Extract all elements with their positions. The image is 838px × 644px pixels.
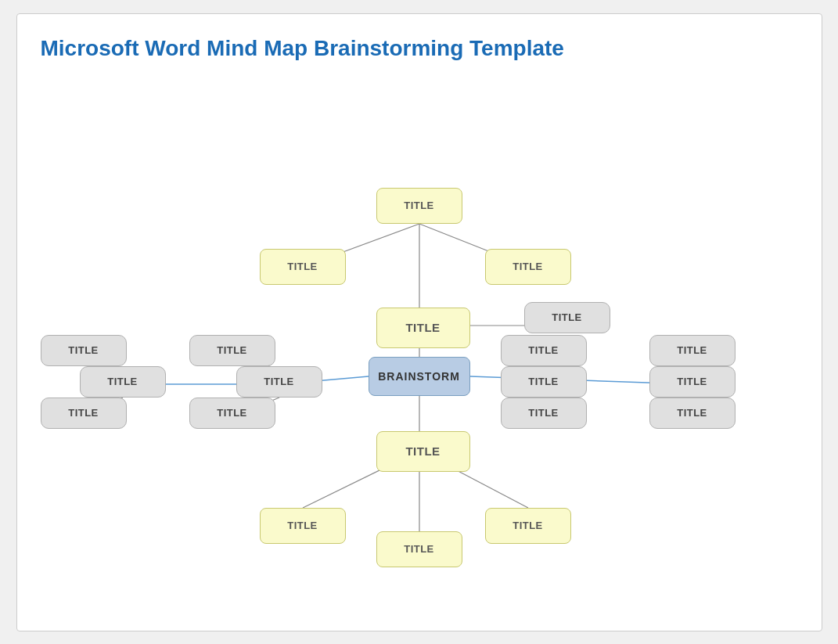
- node-right3: TITLE: [501, 366, 587, 398]
- node-right5: TITLE: [501, 398, 587, 429]
- center-node: BRAINSTORM: [369, 357, 470, 396]
- diagram-area: BRAINSTORM TITLE TITLE TITLE TITLE TITLE…: [17, 85, 822, 631]
- node-right2: TITLE: [649, 335, 735, 366]
- node-top-center: TITLE: [376, 188, 462, 224]
- node-left2: TITLE: [189, 335, 275, 366]
- node-bot-left: TITLE: [260, 508, 346, 544]
- node-right1: TITLE: [501, 335, 587, 366]
- node-left5: TITLE: [41, 398, 127, 429]
- node-top-right: TITLE: [485, 249, 571, 285]
- node-bot-center: TITLE: [376, 431, 470, 472]
- page: Microsoft Word Mind Map Brainstorming Te…: [16, 13, 822, 631]
- node-bot-right: TITLE: [485, 508, 571, 544]
- page-title: Microsoft Word Mind Map Brainstorming Te…: [17, 14, 822, 69]
- node-left6: TITLE: [189, 398, 275, 429]
- node-mid-top-center: TITLE: [376, 308, 470, 348]
- node-left3: TITLE: [80, 366, 166, 398]
- node-left1: TITLE: [41, 335, 127, 366]
- node-left4: TITLE: [236, 366, 322, 398]
- node-top-left: TITLE: [260, 249, 346, 285]
- node-right4: TITLE: [649, 366, 735, 398]
- node-bot-mid: TITLE: [376, 531, 462, 567]
- node-mid-right1: TITLE: [524, 302, 610, 333]
- node-right6: TITLE: [649, 398, 735, 429]
